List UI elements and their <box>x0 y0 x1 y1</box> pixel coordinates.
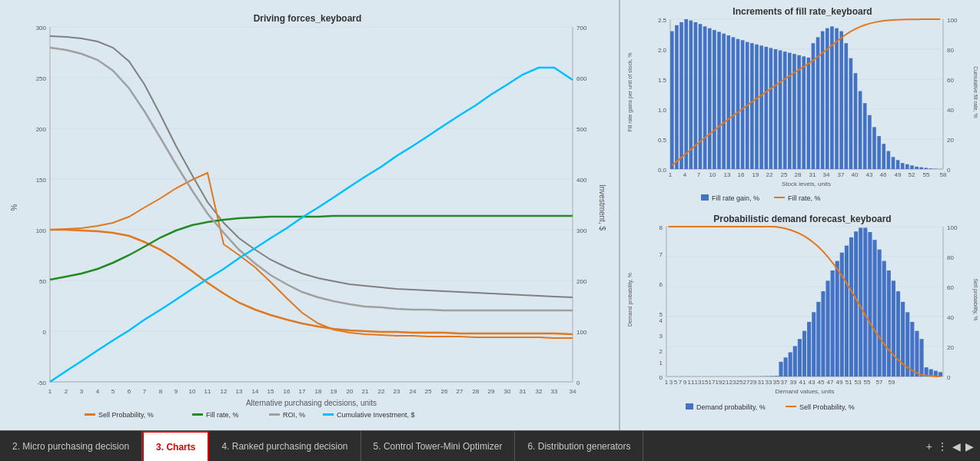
svg-text:2: 2 <box>65 388 68 395</box>
svg-text:17: 17 <box>299 388 306 395</box>
svg-text:9: 9 <box>683 379 687 386</box>
fill-rate-bar <box>679 22 683 169</box>
fill-rate-bar <box>915 167 919 169</box>
svg-text:0.0: 0.0 <box>658 167 667 174</box>
svg-text:100: 100 <box>36 227 47 234</box>
svg-text:8: 8 <box>659 224 663 231</box>
legend-line-label: Fill rate, % <box>788 194 821 202</box>
demand-prob-bar <box>919 339 923 376</box>
add-tab-icon[interactable]: + <box>926 440 932 453</box>
demand-prob-bar <box>812 312 816 376</box>
svg-text:29: 29 <box>488 388 495 395</box>
fill-rate-bar <box>807 58 811 169</box>
right-top-chart-container: Increments of fill rate_keyboard 2.5 2.0… <box>624 4 980 207</box>
prev-icon[interactable]: ◀ <box>952 440 961 453</box>
demand-prob-bar <box>868 232 872 376</box>
legend-roi-swatch <box>269 413 280 416</box>
fill-rate-bar <box>797 55 801 169</box>
fill-rate-bar <box>929 168 933 169</box>
svg-text:500: 500 <box>576 126 587 133</box>
svg-text:13: 13 <box>724 171 731 178</box>
svg-text:30: 30 <box>504 388 511 395</box>
svg-text:13: 13 <box>236 388 243 395</box>
svg-text:7: 7 <box>679 379 683 386</box>
svg-text:25: 25 <box>781 171 788 178</box>
roi-line <box>50 36 573 297</box>
tab-ranked-purchasing[interactable]: 4. Ranked purchasing decision <box>209 431 360 461</box>
svg-text:0: 0 <box>947 374 951 381</box>
tab-dist-label: 6. Distribution generators <box>527 441 630 452</box>
svg-text:300: 300 <box>36 25 47 32</box>
svg-text:31: 31 <box>758 379 765 386</box>
svg-text:3: 3 <box>80 388 84 395</box>
main-container: Driving forces_keyboard 300 250 200 150 … <box>0 0 980 430</box>
legend-invest-label: Cumulative Investment, $ <box>337 411 415 419</box>
svg-text:39: 39 <box>790 379 797 386</box>
svg-text:21: 21 <box>362 388 369 395</box>
svg-text:8: 8 <box>159 388 163 395</box>
taskbar-right-icons: + ⋮ ◀ ▶ <box>926 440 980 453</box>
right-bottom-title: Probabilistic demand forecast_keyboard <box>713 214 891 224</box>
svg-text:16: 16 <box>284 388 291 395</box>
fill-rate-bar <box>717 32 721 169</box>
svg-text:50: 50 <box>39 278 46 285</box>
right-bottom-y-left: Demand probability, % <box>627 273 633 327</box>
svg-text:51: 51 <box>845 379 852 386</box>
svg-text:32: 32 <box>536 388 543 395</box>
svg-text:31: 31 <box>520 388 527 395</box>
fill-rate-bar <box>925 167 929 169</box>
tab-control-tower[interactable]: 5. Control Tower-Mini Optimizer <box>361 431 516 461</box>
svg-text:3: 3 <box>669 379 673 386</box>
svg-text:58: 58 <box>940 171 947 178</box>
fill-rate-bar <box>774 49 778 169</box>
svg-text:49: 49 <box>836 379 843 386</box>
demand-prob-bar <box>854 231 858 376</box>
right-bottom-x-label: Demand values, units <box>776 388 835 395</box>
svg-text:7: 7 <box>697 171 701 178</box>
fill-rate-increments-chart: Increments of fill rate_keyboard 2.5 2.0… <box>624 4 980 207</box>
demand-prob-bar <box>878 250 882 376</box>
right-bottom-y-right: Sell probability, % <box>972 278 978 320</box>
legend-sell-label: Sell Probability, % <box>98 411 154 419</box>
tab-distribution[interactable]: 6. Distribution generators <box>515 431 643 461</box>
fill-rate-bar <box>750 43 754 169</box>
svg-text:6: 6 <box>659 281 663 288</box>
svg-text:34: 34 <box>570 388 576 395</box>
svg-text:60: 60 <box>947 284 954 291</box>
demand-prob-bar <box>896 291 900 376</box>
svg-text:45: 45 <box>818 379 825 386</box>
svg-text:1.0: 1.0 <box>658 107 667 114</box>
fill-rate-bar <box>783 51 787 169</box>
demand-prob-bar <box>910 322 914 376</box>
svg-text:33: 33 <box>766 379 772 386</box>
demand-prob-bar <box>807 322 811 376</box>
fill-rate-bar <box>887 151 891 169</box>
fill-rate-bar <box>910 165 914 169</box>
legend-demand-label: Demand probability, % <box>696 403 766 411</box>
svg-text:80: 80 <box>947 254 954 261</box>
svg-text:0: 0 <box>576 380 580 386</box>
svg-text:-50: -50 <box>37 380 46 386</box>
right-top-y-right: Cumulative fill rate, % <box>973 66 978 118</box>
fill-rate-bar <box>896 160 900 169</box>
fill-rate-bar <box>779 51 782 169</box>
svg-text:7: 7 <box>659 251 663 258</box>
fill-rate-bar <box>901 163 905 169</box>
tab-charts[interactable]: 3. Charts <box>142 431 209 461</box>
next-icon[interactable]: ▶ <box>965 440 974 453</box>
legend-sell-line-label: Sell Probability, % <box>799 403 855 411</box>
svg-text:1: 1 <box>665 379 669 386</box>
demand-prob-bar <box>779 362 782 376</box>
fill-rate-bar <box>675 25 679 169</box>
fill-rate-bar <box>726 35 730 169</box>
svg-text:100: 100 <box>947 224 958 231</box>
more-icon[interactable]: ⋮ <box>937 440 948 453</box>
legend-sell-swatch <box>85 413 95 416</box>
tab-micro-purchasing[interactable]: 2. Micro purchasing decision <box>0 431 142 461</box>
left-y-label: % <box>10 204 18 211</box>
svg-text:200: 200 <box>36 126 47 133</box>
right-top-y-left: Fill rate gains per unit of stock, % <box>627 52 633 131</box>
svg-text:25: 25 <box>425 388 432 395</box>
fill-rate-bar <box>736 39 740 169</box>
demand-prob-bar <box>845 246 849 376</box>
